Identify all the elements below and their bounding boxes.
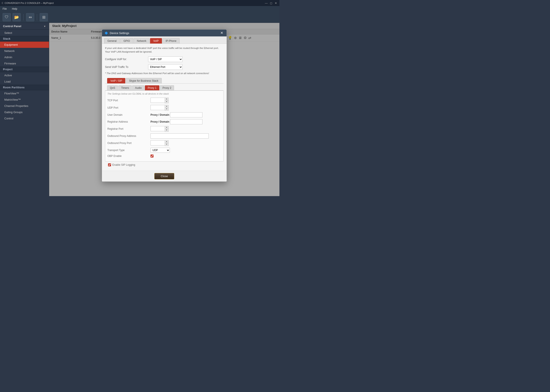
title-bar-left: C CONVERGE® Pro 2 CONSOLE® -- MyProject: [2, 2, 54, 4]
tcp-port-spinbox: 5060 ▲ ▼: [150, 98, 170, 103]
menu-help[interactable]: Help: [11, 7, 18, 11]
registrar-address-input[interactable]: [170, 119, 203, 124]
sub-tab-voip-sip[interactable]: VoIP / SIP: [107, 78, 125, 84]
toolbar: 🛡 📂 ⇔ ⊞: [0, 12, 279, 23]
user-domain-bold: Proxy / Domain: [150, 113, 169, 116]
user-domain-label: User Domain: [107, 113, 150, 116]
tcp-port-up[interactable]: ▲: [165, 98, 168, 100]
main-tabs-bar: General GPIO Network VoIP IP-Phone: [102, 36, 227, 44]
shield-toolbar-button[interactable]: 🛡: [3, 13, 11, 21]
tab-network[interactable]: Network: [134, 38, 150, 43]
folder-toolbar-button[interactable]: 📂: [13, 13, 21, 21]
obp-enable-row: OBP Enable: [107, 154, 221, 158]
modal-footer: Close: [102, 171, 227, 182]
global-notice: The Settings below are GLOBAL to all dev…: [105, 91, 223, 96]
title-bar: C CONVERGE® Pro 2 CONSOLE® -- MyProject …: [0, 0, 279, 6]
user-domain-row: User Domain Proxy / Domain: [107, 112, 221, 118]
user-domain-input[interactable]: [170, 112, 203, 118]
inner-tabs-bar: QoS Timers Audio Proxy 1 Proxy 2: [105, 84, 224, 91]
tab-general[interactable]: General: [104, 38, 120, 43]
modal-close-button[interactable]: ✕: [219, 31, 224, 35]
sidebar-item-admin[interactable]: Admin: [0, 54, 49, 60]
outbound-proxy-address-row: Outbound Proxy Address sip.onsip.com: [107, 133, 221, 139]
configure-voip-select[interactable]: VoIP / SIP: [148, 56, 183, 62]
tab-gpio[interactable]: GPIO: [120, 38, 133, 43]
sip-logging-checkbox[interactable]: [108, 163, 111, 166]
menu-bar: File Help: [0, 6, 279, 12]
tab-voip[interactable]: VoIP: [150, 38, 162, 43]
inner-tab-proxy1[interactable]: Proxy 1: [145, 85, 159, 90]
sidebar-item-control[interactable]: Control: [0, 115, 49, 122]
tcp-port-down[interactable]: ▼: [165, 100, 168, 103]
inner-tab-audio[interactable]: Audio: [132, 85, 144, 90]
sidebar-item-matrixview[interactable]: MatrixView™: [0, 97, 49, 103]
sidebar-item-firmware[interactable]: Firmware: [0, 60, 49, 67]
proxy1-panel: The Settings below are GLOBAL to all dev…: [105, 91, 224, 162]
sidebar-room-partitions-section: Room Partitions: [0, 85, 49, 90]
sidebar-stack-section: Stack: [0, 36, 49, 42]
inner-tab-timers[interactable]: Timers: [118, 85, 132, 90]
configure-voip-row: Configure VoIP for: VoIP / SIP: [105, 56, 224, 62]
sidebar-item-active[interactable]: Active: [0, 72, 49, 78]
udp-port-spinbox: 5060 ▲ ▼: [150, 105, 170, 111]
sidebar-item-gating-groups[interactable]: Gating Groups: [0, 109, 49, 115]
registrar-address-bold: Proxy / Domain: [150, 120, 169, 123]
tcp-port-label: TCP Port: [107, 99, 150, 102]
restore-button[interactable]: ◻: [269, 1, 273, 5]
sidebar-item-select[interactable]: Select: [0, 30, 49, 36]
transport-type-label: Transport Type: [107, 149, 150, 152]
sidebar-item-channel-properties[interactable]: Channel Properties: [0, 103, 49, 109]
close-window-button[interactable]: ✕: [274, 1, 278, 5]
app-logo: C: [2, 2, 3, 4]
registrar-port-down[interactable]: ▼: [165, 129, 168, 132]
modal-titlebar: 🔷 Device Settings ✕: [102, 29, 227, 36]
sidebar-item-network[interactable]: Network: [0, 48, 49, 54]
outbound-proxy-port-down[interactable]: ▼: [165, 143, 168, 146]
transport-type-row: Transport Type UDP TCP TLS: [107, 148, 221, 153]
menu-file[interactable]: File: [2, 7, 7, 11]
modal-body: If your unit does not have a dedicated V…: [102, 44, 227, 171]
toolbar-separator-1: [23, 14, 23, 21]
configure-voip-control: VoIP / SIP: [148, 56, 224, 62]
sip-logging-label: Enable SIP Logging: [112, 163, 135, 166]
registrar-port-spinbox: 5060 ▲ ▼: [150, 126, 170, 132]
sidebar-item-equipment[interactable]: Equipment: [0, 42, 49, 48]
registrar-address-label: Registrar Address: [107, 120, 150, 123]
transport-type-select[interactable]: UDP TCP TLS: [150, 148, 170, 153]
control-panel-arrow: ▼: [43, 25, 46, 28]
modal-logo-icon: 🔷: [105, 31, 108, 35]
tcp-port-input[interactable]: 5060: [150, 98, 165, 103]
close-modal-button[interactable]: Close: [154, 173, 174, 179]
outbound-proxy-port-input[interactable]: 5060: [150, 140, 165, 146]
outbound-proxy-address-input[interactable]: sip.onsip.com: [150, 133, 209, 139]
inner-tab-qos[interactable]: QoS: [107, 85, 118, 90]
app-title: CONVERGE® Pro 2 CONSOLE® -- MyProject: [5, 2, 54, 4]
obp-enable-label: OBP Enable: [107, 154, 150, 158]
sidebar-item-flowview[interactable]: FlowView™: [0, 90, 49, 97]
tab-ip-phone[interactable]: IP-Phone: [162, 38, 180, 43]
outbound-proxy-port-up[interactable]: ▲: [165, 140, 168, 143]
title-bar-controls[interactable]: ― ◻ ✕: [264, 1, 278, 5]
minimize-button[interactable]: ―: [264, 1, 268, 5]
outbound-proxy-port-spinbox: 5060 ▲ ▼: [150, 140, 170, 146]
tcp-port-row: TCP Port 5060 ▲ ▼: [107, 98, 221, 103]
control-panel-header: Control Panel ▼: [0, 23, 49, 30]
obp-enable-checkbox[interactable]: [150, 154, 154, 158]
udp-port-up[interactable]: ▲: [165, 105, 168, 108]
arrows-toolbar-button[interactable]: ⇔: [26, 13, 34, 21]
grid-toolbar-button[interactable]: ⊞: [40, 13, 48, 21]
sidebar-project-section: Project: [0, 67, 49, 72]
registrar-port-row: Registrar Port 5060 ▲ ▼: [107, 126, 221, 132]
content-area: Stack: MyProject Device Name Firmware Pr…: [49, 23, 279, 196]
sub-tab-skype[interactable]: Skype for Business Stack: [126, 78, 162, 84]
registrar-port-up[interactable]: ▲: [165, 126, 168, 129]
udp-port-down[interactable]: ▼: [165, 108, 168, 110]
dns-warning-text: * The DNS and Gateway Addresses from the…: [105, 72, 224, 75]
udp-port-label: UDP Port: [107, 106, 150, 109]
inner-tab-proxy2[interactable]: Proxy 2: [160, 85, 174, 90]
send-voip-select[interactable]: Ethernet Port: [148, 64, 183, 70]
udp-port-input[interactable]: 5060: [150, 105, 165, 110]
sidebar-item-load[interactable]: Load: [0, 78, 49, 85]
send-voip-label: Send VoIP Traffic To: [105, 65, 148, 69]
registrar-port-input[interactable]: 5060: [150, 126, 165, 131]
